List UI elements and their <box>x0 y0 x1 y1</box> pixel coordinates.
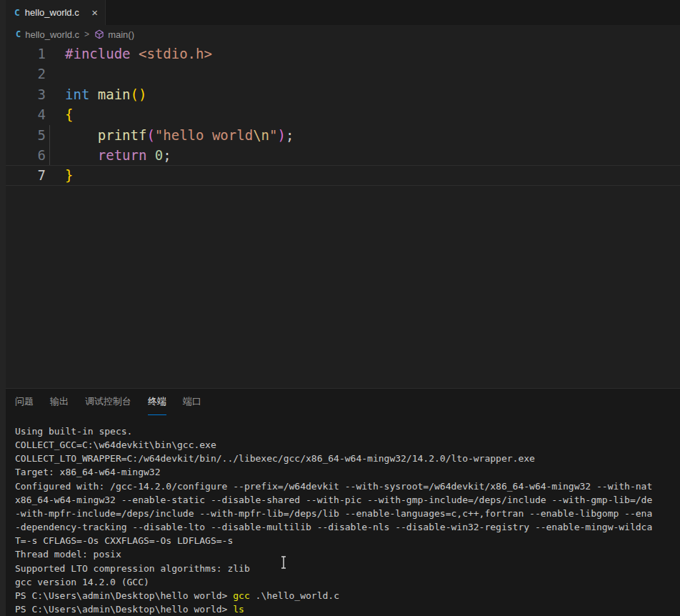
code-token: \n <box>253 127 269 143</box>
code-lines: 1#include <stdio.h>23int main()4{5 print… <box>6 44 680 186</box>
terminal-text: COLLECT_LTO_WRAPPER=C:/w64devkit/bin/../… <box>15 453 535 464</box>
code-line[interactable]: 2 <box>6 64 680 84</box>
code-token: ; <box>286 127 294 143</box>
terminal-text: Thread model: posix <box>15 549 121 560</box>
breadcrumb: C hello_world.c > main() <box>6 25 680 44</box>
code-token <box>65 127 98 143</box>
terminal-text: Configured with: /gcc-14.2.0/configure -… <box>15 481 652 492</box>
indent-guide-line <box>49 145 50 165</box>
terminal-text: x86_64-w64-mingw32 --enable-static --dis… <box>15 495 652 505</box>
terminal-line: gcc version 14.2.0 (GCC) <box>15 575 680 589</box>
code-text <box>46 64 680 84</box>
terminal-text: -with-mpfr-include=/deps/include --with-… <box>15 508 652 519</box>
code-token: return <box>98 147 147 163</box>
terminal-line: COLLECT_LTO_WRAPPER=C:/w64devkit/bin/../… <box>15 452 680 465</box>
terminal-line: Configured with: /gcc-14.2.0/configure -… <box>15 480 680 493</box>
code-line[interactable]: 4{ <box>6 104 680 124</box>
terminal-line: PS C:\Users\admin\Desktop\hello world> g… <box>15 589 680 602</box>
code-text: return 0; <box>46 145 680 165</box>
code-token: ( <box>146 127 154 143</box>
code-token: 0 <box>155 147 163 163</box>
terminal-line: x86_64-w64-mingw32 --enable-static --dis… <box>15 493 680 507</box>
terminal-text: -dependency-tracking --disable-lto --dis… <box>15 522 652 532</box>
panel-tab-output[interactable]: 输出 <box>50 389 69 415</box>
terminal-text: PS C:\Users\admin\Desktop\hello world> <box>15 604 233 615</box>
code-token <box>146 147 154 163</box>
terminal-line: COLLECT_GCC=C:\w64devkit\bin\gcc.exe <box>15 438 680 452</box>
code-text: printf("hello world\n"); <box>46 125 680 145</box>
terminal-line: Supported LTO compression algorithms: zl… <box>15 562 680 575</box>
terminal-line: Thread model: posix <box>15 547 680 561</box>
code-token <box>131 46 139 61</box>
terminal-text: Target: x86_64-w64-mingw32 <box>15 467 161 477</box>
breadcrumb-file[interactable]: hello_world.c <box>25 29 79 40</box>
code-text: } <box>46 166 680 184</box>
editor-tab-bar: C hello_world.c × <box>6 0 680 25</box>
tab-title: hello_world.c <box>25 7 87 18</box>
panel-tab-ports[interactable]: 端口 <box>183 389 201 415</box>
terminal-text: PS C:\Users\admin\Desktop\hello world> <box>15 590 233 601</box>
terminal-text: gcc version 14.2.0 (GCC) <box>15 577 149 587</box>
line-number: 4 <box>6 104 46 124</box>
line-number: 1 <box>6 44 46 64</box>
panel-tab-debug-console[interactable]: 调试控制台 <box>85 389 131 415</box>
terminal-text: COLLECT_GCC=C:\w64devkit\bin\gcc.exe <box>15 439 216 450</box>
terminal-line: Target: x86_64-w64-mingw32 <box>15 465 680 479</box>
terminal-line: Using built-in specs. <box>15 424 680 438</box>
code-text: { <box>46 104 680 124</box>
window-edge-strip <box>0 0 6 616</box>
code-token: ) <box>277 127 285 143</box>
code-token: printf <box>98 127 147 143</box>
panel-tab-bar: 问题输出调试控制台终端端口 <box>6 389 680 415</box>
line-number: 7 <box>6 166 46 184</box>
code-text: int main() <box>46 84 680 104</box>
code-token: () <box>131 86 147 102</box>
code-token: #include <box>65 46 131 61</box>
terminal-command-text: gcc <box>233 590 249 601</box>
bottom-panel: 问题输出调试控制台终端端口 Using built-in specs.COLLE… <box>6 388 680 616</box>
close-icon[interactable]: × <box>91 7 98 18</box>
code-editor[interactable]: 1#include <stdio.h>23int main()4{5 print… <box>6 44 680 388</box>
terminal-output[interactable]: Using built-in specs.COLLECT_GCC=C:\w64d… <box>6 424 680 616</box>
code-token: ; <box>163 147 171 163</box>
code-text: #include <stdio.h> <box>46 44 680 64</box>
code-token: "hello world <box>155 127 253 143</box>
code-token <box>89 86 97 102</box>
indent-guide-line <box>49 125 50 145</box>
line-number: 2 <box>6 64 46 84</box>
terminal-line: -with-mpfr-include=/deps/include --with-… <box>15 507 680 520</box>
chevron-right-icon: > <box>84 29 89 39</box>
terminal-command-text: ls <box>233 604 244 615</box>
code-line[interactable]: 1#include <stdio.h> <box>6 44 680 64</box>
c-language-icon: C <box>16 29 21 39</box>
terminal-line: T=-s CFLAGS=-Os CXXFLAGS=-Os LDFLAGS=-s <box>15 534 680 547</box>
terminal-line: PS C:\Users\admin\Desktop\hello world> l… <box>15 602 680 616</box>
code-line[interactable]: 6 return 0; <box>6 145 680 165</box>
terminal-text: Using built-in specs. <box>15 426 132 437</box>
code-token: } <box>65 167 73 183</box>
line-number: 6 <box>6 145 46 165</box>
vscode-window: C hello_world.c × C hello_world.c > main… <box>0 0 680 616</box>
symbol-method-icon <box>94 29 104 39</box>
terminal-text: Supported LTO compression algorithms: zl… <box>15 563 250 574</box>
code-token <box>65 147 98 163</box>
line-number: 3 <box>6 84 46 104</box>
terminal-text: T=-s CFLAGS=-Os CXXFLAGS=-Os LDFLAGS=-s <box>15 535 233 546</box>
code-token: <stdio.h> <box>139 46 212 61</box>
code-token: { <box>65 106 73 122</box>
panel-tab-terminal[interactable]: 终端 <box>148 389 166 415</box>
code-line[interactable]: 3int main() <box>6 84 680 104</box>
editor-group: C hello_world.c × C hello_world.c > main… <box>6 0 680 616</box>
code-token: main <box>98 86 131 102</box>
code-line[interactable]: 5 printf("hello world\n"); <box>6 125 680 145</box>
breadcrumb-symbol[interactable]: main() <box>108 29 134 40</box>
code-token: " <box>269 127 277 143</box>
c-language-icon: C <box>14 7 20 18</box>
panel-tab-problems[interactable]: 问题 <box>15 389 34 415</box>
terminal-line: -dependency-tracking --disable-lto --dis… <box>15 520 680 534</box>
terminal-text: .\hello_world.c <box>250 590 339 601</box>
line-number: 5 <box>6 125 46 145</box>
code-token: int <box>65 86 89 102</box>
editor-tab-hello-world[interactable]: C hello_world.c × <box>6 0 106 25</box>
code-line[interactable]: 7} <box>6 165 680 185</box>
